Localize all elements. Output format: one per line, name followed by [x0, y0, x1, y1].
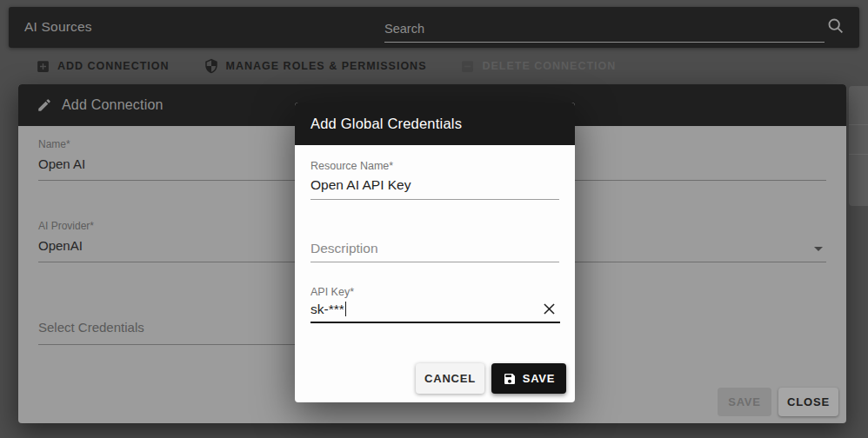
cancel-button[interactable]: CANCEL	[416, 363, 484, 394]
resource-name-label: Resource Name*	[310, 160, 393, 172]
api-key-underline-focused	[310, 322, 560, 323]
add-connection-label: ADD CONNECTION	[57, 60, 170, 72]
search-input[interactable]: Search	[384, 15, 825, 43]
ai-provider-label: AI Provider*	[38, 220, 94, 232]
floppy-save-icon	[503, 372, 517, 386]
edit-pencil-icon	[37, 97, 52, 113]
delete-connection-button[interactable]: DELETE CONNECTION	[460, 59, 616, 74]
chevron-down-icon	[814, 247, 823, 251]
select-credentials-placeholder: Select Credentials	[38, 320, 144, 335]
app-bar: AI Sources Search	[9, 7, 859, 48]
api-key-value: sk-***	[310, 302, 346, 317]
api-key-label: API Key*	[310, 286, 354, 298]
text-cursor	[345, 302, 347, 316]
search-placeholder: Search	[384, 22, 424, 36]
resource-name-value: Open AI API Key	[310, 177, 411, 193]
manage-roles-button[interactable]: MANAGE ROLES & PERMISSIONS	[204, 58, 427, 74]
page-title: AI Sources	[24, 19, 92, 35]
modal-title: Add Global Credentials	[310, 116, 462, 132]
add-connection-button[interactable]: ADD CONNECTION	[36, 59, 170, 74]
description-underline	[310, 262, 559, 262]
modal-header: Add Global Credentials	[295, 103, 575, 145]
name-field-label: Name*	[38, 138, 70, 150]
save-button-label: SAVE	[523, 372, 556, 385]
resource-name-underline	[310, 199, 559, 200]
plus-box-icon	[36, 59, 50, 74]
table-row-divider	[849, 154, 868, 155]
manage-roles-label: MANAGE ROLES & PERMISSIONS	[226, 60, 427, 72]
delete-connection-label: DELETE CONNECTION	[482, 60, 616, 72]
clear-input-icon[interactable]	[541, 301, 558, 317]
minus-box-icon	[460, 59, 475, 74]
description-placeholder: Description	[310, 241, 378, 256]
toolbar: ADD CONNECTION MANAGE ROLES & PERMISSION…	[0, 48, 868, 84]
dialog-close-button[interactable]: CLOSE	[778, 388, 838, 416]
shield-icon	[204, 58, 219, 74]
search-icon[interactable]	[826, 17, 845, 36]
dialog-title: Add Connection	[62, 97, 164, 113]
dialog-save-button[interactable]: SAVE	[718, 388, 771, 416]
modal-actions: CANCEL SAVE	[416, 363, 566, 394]
background-table-edge	[849, 86, 868, 206]
name-field-value: Open AI	[38, 156, 85, 171]
save-button[interactable]: SAVE	[491, 363, 566, 394]
ai-provider-value: OpenAI	[38, 238, 83, 253]
add-global-credentials-modal: Add Global Credentials Resource Name* Op…	[295, 103, 575, 402]
table-row-divider	[849, 124, 868, 125]
dialog-actions: SAVE CLOSE	[718, 388, 838, 416]
